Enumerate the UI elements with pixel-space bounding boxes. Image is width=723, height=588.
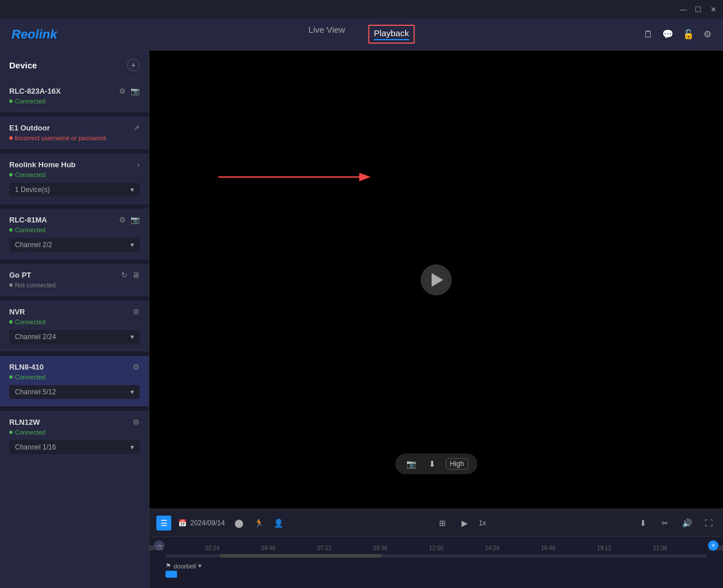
channel-label: Channel 5/12 xyxy=(15,388,56,396)
settings-icon-rln8410[interactable]: ⚙ xyxy=(133,363,140,371)
device-status-nvr: Connected xyxy=(9,318,140,325)
download-icon[interactable]: ⬇ xyxy=(636,516,651,531)
status-dot xyxy=(9,173,13,176)
body: Device + RLC-823A-16X ⚙ 📷 Connected xyxy=(0,51,723,588)
device-icons: ⚙ xyxy=(133,363,140,371)
video-controls-bar: 📷 ⬇ High xyxy=(395,454,478,474)
device-icons: ↻ 🖥 xyxy=(121,271,140,279)
device-name-e1outdoor: E1 Outdoor xyxy=(9,124,50,132)
track-label: ⚑ doorbell ▾ xyxy=(166,562,707,570)
add-device-button[interactable]: + xyxy=(127,59,140,71)
ruler-label-2136: 21:36 xyxy=(653,545,667,551)
device-card-header: Reolink Home Hub › xyxy=(9,160,140,169)
cut-icon[interactable]: ✂ xyxy=(657,516,672,531)
all-events-icon[interactable]: ⬤ xyxy=(232,516,247,531)
sub-devices-selector[interactable]: 1 Device(s) ▾ xyxy=(9,183,140,197)
titlebar: — ☐ ✕ xyxy=(0,0,723,18)
list-view-button[interactable]: ☰ xyxy=(156,516,171,531)
device-card-header: NVR ⚙ xyxy=(9,308,140,316)
maximize-button[interactable]: ☐ xyxy=(693,4,703,14)
date-selector[interactable]: 📅 2024/09/14 xyxy=(178,519,225,527)
settings-icon-rln12w[interactable]: ⚙ xyxy=(133,418,140,426)
ruler-label-0224: 02:24 xyxy=(205,545,220,551)
settings-icon-nvr[interactable]: ⚙ xyxy=(133,308,140,316)
main-content: 📷 ⬇ High ☰ 📅 2024/09/14 ⬤ 🏃 👤 ⊞ xyxy=(149,51,723,588)
date-label: 2024/09/14 xyxy=(190,519,225,527)
device-icons: ⚙ 📷 xyxy=(119,87,140,95)
track-name: doorbell xyxy=(174,563,196,570)
message-icon[interactable]: 🗒 xyxy=(644,29,653,40)
device-name-gopt: Go PT xyxy=(9,271,31,279)
close-button[interactable]: ✕ xyxy=(708,4,718,14)
device-card-header: RLN8-410 ⚙ xyxy=(9,363,140,371)
status-label: Connected xyxy=(15,429,45,436)
chevron-right-icon[interactable]: › xyxy=(137,160,140,169)
settings-icon[interactable]: ⚙ xyxy=(703,29,712,40)
status-dot xyxy=(9,228,13,232)
refresh-icon-gopt[interactable]: ↻ xyxy=(121,271,128,279)
speed-selector[interactable]: 1x xyxy=(479,519,486,527)
ruler-label-0712: 07:12 xyxy=(317,545,332,551)
timeline-scrollbar-thumb[interactable] xyxy=(220,554,382,558)
tab-liveview[interactable]: Live View xyxy=(309,25,345,44)
quality-selector[interactable]: High xyxy=(446,458,468,470)
chevron-down-icon: ▾ xyxy=(130,241,134,249)
fullscreen-icon[interactable]: ⛶ xyxy=(701,516,716,531)
chevron-down-icon: ▾ xyxy=(130,186,134,194)
device-status-rlc81ma: Connected xyxy=(9,226,140,233)
filter-icons: ⬤ 🏃 👤 xyxy=(232,516,286,531)
device-card-header: RLN12W ⚙ xyxy=(9,418,140,426)
device-card-header: RLC-823A-16X ⚙ 📷 xyxy=(9,87,140,95)
device-status-homehub: Connected xyxy=(9,171,140,178)
sidebar-header: Device + xyxy=(0,51,149,80)
tab-playback[interactable]: Playback xyxy=(368,25,415,44)
channel-selector-rln12w[interactable]: Channel 1/16 ▾ xyxy=(9,440,140,454)
device-card-header: E1 Outdoor ↗ xyxy=(9,124,140,132)
download-button[interactable]: ⬇ xyxy=(425,457,439,471)
stream-icon-rlc81ma[interactable]: 📷 xyxy=(130,216,140,224)
header-actions: 🗒 💬 🔓 ⚙ xyxy=(644,29,712,40)
device-gopt: Go PT ↻ 🖥 Not connected xyxy=(0,264,149,296)
play-pause-button[interactable]: ▶ xyxy=(457,516,472,531)
timeline-ruler: − 00:00 02:24 04:48 07:12 09:36 12:00 14… xyxy=(149,537,723,554)
device-name-rlc81ma: RLC-81MA xyxy=(9,216,47,224)
settings-icon-rlc823a[interactable]: ⚙ xyxy=(119,87,126,95)
screen-icon-gopt[interactable]: 🖥 xyxy=(132,271,140,279)
header: Reolink Live View Playback 🗒 💬 🔓 ⚙ xyxy=(0,18,723,51)
unlock-icon[interactable]: 🔓 xyxy=(683,29,694,40)
track-flag-icon: ⚑ xyxy=(166,562,171,570)
motion-icon[interactable]: 🏃 xyxy=(251,516,266,531)
device-icons: ⚙ 📷 xyxy=(119,216,140,224)
person-icon[interactable]: 👤 xyxy=(271,516,286,531)
external-icon-e1outdoor[interactable]: ↗ xyxy=(133,124,140,132)
nav-tabs: Live View Playback xyxy=(309,25,415,44)
track-chevron[interactable]: ▾ xyxy=(198,562,202,570)
chat-icon[interactable]: 💬 xyxy=(662,29,674,40)
ruler-label-1648: 16:48 xyxy=(541,545,555,551)
status-label: Connected xyxy=(15,98,45,105)
channel-selector-rlc81ma[interactable]: Channel 2/2 ▾ xyxy=(9,238,140,252)
settings-icon-rlc81ma[interactable]: ⚙ xyxy=(119,216,126,224)
device-icons: ⚙ xyxy=(133,418,140,426)
stream-icon-rlc823a[interactable]: 📷 xyxy=(130,87,140,95)
device-rln8410: RLN8-410 ⚙ Connected Channel 5/12 ▾ xyxy=(0,356,149,406)
device-status-gopt: Not connected xyxy=(9,282,140,289)
ruler-label-1200: 12:00 xyxy=(429,545,443,551)
track-bar xyxy=(166,571,177,578)
channel-selector-nvr[interactable]: Channel 2/24 ▾ xyxy=(9,330,140,344)
minimize-button[interactable]: — xyxy=(678,4,689,14)
video-area: 📷 ⬇ High xyxy=(149,51,723,509)
status-dot xyxy=(9,283,13,287)
device-card-header: Go PT ↻ 🖥 xyxy=(9,271,140,279)
timeline-scrollbar[interactable] xyxy=(166,554,707,558)
logo: Reolink xyxy=(11,27,57,42)
timeline-zoom-plus[interactable]: + xyxy=(708,540,718,551)
layout-icon[interactable]: ⊞ xyxy=(435,516,450,531)
volume-icon[interactable]: 🔊 xyxy=(679,516,694,531)
screenshot-button[interactable]: 📷 xyxy=(405,457,418,471)
timeline-track-area: ⚑ doorbell ▾ xyxy=(149,560,723,580)
playback-controls: ☰ 📅 2024/09/14 ⬤ 🏃 👤 ⊞ ▶ 1x ⬇ ✂ 🔊 ⛶ xyxy=(149,509,723,536)
device-name-rln12w: RLN12W xyxy=(9,418,40,426)
channel-selector-rln8410[interactable]: Channel 5/12 ▾ xyxy=(9,385,140,399)
play-button[interactable] xyxy=(421,264,452,295)
